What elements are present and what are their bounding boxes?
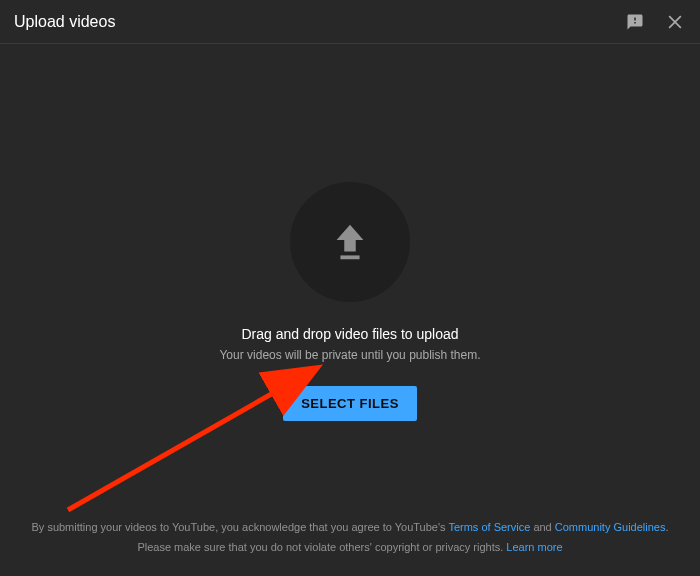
header-actions [624,11,686,33]
community-guidelines-link[interactable]: Community Guidelines [555,521,666,533]
drag-drop-text: Drag and drop video files to upload [241,326,458,342]
select-files-button[interactable]: SELECT FILES [283,386,417,421]
feedback-icon[interactable] [624,11,646,33]
upload-circle [290,182,410,302]
close-icon[interactable] [664,11,686,33]
footer-line-1: By submitting your videos to YouTube, yo… [30,518,670,538]
upload-arrow-icon [327,219,373,265]
dialog-header: Upload videos [0,0,700,44]
upload-area[interactable]: Drag and drop video files to upload Your… [0,44,700,519]
terms-of-service-link[interactable]: Terms of Service [448,521,530,533]
footer-disclaimer: By submitting your videos to YouTube, yo… [0,518,700,558]
privacy-hint-text: Your videos will be private until you pu… [219,348,480,362]
svg-rect-2 [340,255,359,259]
dialog-title: Upload videos [14,13,115,31]
footer-line-2: Please make sure that you do not violate… [30,538,670,558]
learn-more-link[interactable]: Learn more [506,541,562,553]
